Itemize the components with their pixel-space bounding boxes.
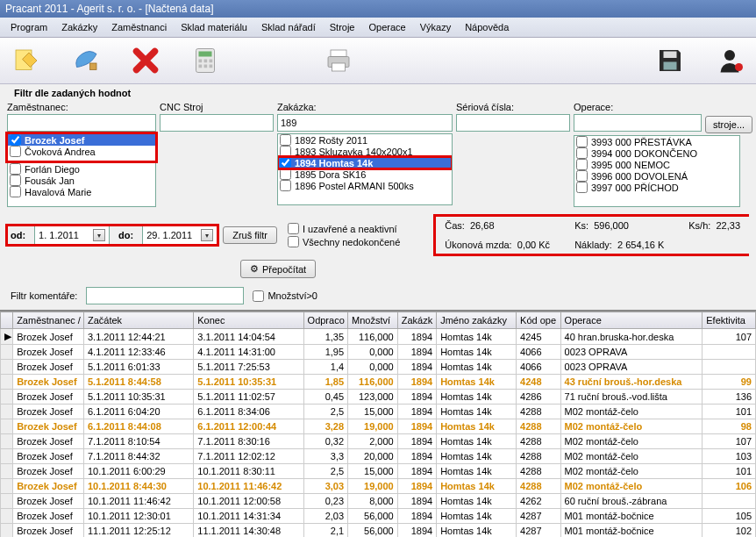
table-row[interactable]: Brozek Josef10.1.2011 11:46:4210.1.2011 … bbox=[1, 494, 756, 509]
list-item[interactable]: Čvoková Andrea bbox=[8, 146, 155, 157]
table-row[interactable]: Brozek Josef5.1.2011 10:35:315.1.2011 11… bbox=[1, 390, 756, 405]
edit-icon[interactable] bbox=[7, 41, 46, 80]
table-row[interactable]: Brozek Josef10.1.2011 12:30:0110.1.2011 … bbox=[1, 509, 756, 524]
list-item[interactable]: 3996 000 DOVOLENÁ bbox=[574, 170, 739, 182]
list-item[interactable]: 3993 000 PŘESTÁVKA bbox=[574, 136, 739, 147]
column-header[interactable]: Jméno zakázky bbox=[437, 312, 517, 329]
list-item[interactable]: Fousák Jan bbox=[8, 175, 155, 186]
list-item[interactable]: 3994 000 DOKONČENO bbox=[574, 147, 739, 159]
svg-rect-7 bbox=[199, 65, 203, 68]
menu-item[interactable]: Zakázky bbox=[54, 19, 104, 35]
svg-rect-14 bbox=[664, 62, 677, 70]
date-from-field[interactable] bbox=[34, 226, 110, 245]
print-icon[interactable] bbox=[319, 41, 358, 80]
employee-listbox-cont[interactable]: Forlán DiegoFousák JanHavalová Marie bbox=[7, 163, 156, 207]
data-grid[interactable]: Zaměstnanec /ZačátekKonecOdpracoMnožství… bbox=[0, 310, 756, 537]
menu-item[interactable]: Stroje bbox=[323, 19, 362, 35]
list-item[interactable]: 1896 Postel ARMANI 500ks bbox=[278, 180, 452, 191]
user-icon[interactable] bbox=[710, 41, 749, 80]
recalc-button[interactable]: ⚙Přepočítat bbox=[240, 260, 316, 278]
svg-rect-4 bbox=[199, 60, 203, 63]
column-header[interactable]: Množství bbox=[348, 312, 398, 329]
comment-filter-input[interactable] bbox=[86, 287, 244, 304]
date-to-label: do: bbox=[115, 230, 137, 240]
menu-item[interactable]: Zaměstnanci bbox=[104, 19, 174, 35]
svg-point-16 bbox=[735, 63, 743, 71]
table-row[interactable]: Brozek Josef11.1.2011 12:25:1211.1.2011 … bbox=[1, 524, 756, 538]
employee-filter-label: Zaměstnanec: bbox=[7, 100, 156, 114]
clear-filter-button[interactable]: Zruš filtr bbox=[223, 226, 277, 244]
table-row[interactable]: Brozek Josef6.1.2011 8:44:086.1.2011 12:… bbox=[1, 419, 756, 434]
employee-listbox[interactable]: Brozek JosefČvoková Andrea bbox=[7, 133, 156, 161]
menu-item[interactable]: Sklad nářadí bbox=[254, 19, 323, 35]
list-item[interactable]: Havalová Marie bbox=[8, 186, 155, 197]
order-listbox[interactable]: 1892 Rošty 20111893 Skluzavka 140x200x11… bbox=[277, 133, 453, 205]
column-header[interactable]: Začátek bbox=[83, 312, 193, 329]
table-row[interactable]: Brozek Josef6.1.2011 6:04:206.1.2011 8:3… bbox=[1, 405, 756, 419]
list-item[interactable]: 3997 000 PŘÍCHOD bbox=[574, 182, 739, 193]
list-item[interactable]: 1895 Dora SK16 bbox=[278, 168, 452, 180]
date-to-field[interactable] bbox=[142, 226, 218, 245]
list-item[interactable]: 1894 Homtas 14k bbox=[278, 157, 452, 168]
calculator-icon[interactable] bbox=[186, 41, 225, 80]
operation-filter-input[interactable] bbox=[574, 114, 702, 132]
menu-item[interactable]: Sklad materiálu bbox=[174, 19, 254, 35]
column-header[interactable]: Konec bbox=[194, 312, 303, 329]
list-item[interactable]: Forlán Diego bbox=[8, 163, 155, 175]
dropdown-icon[interactable] bbox=[93, 229, 105, 241]
list-item[interactable]: 1892 Rošty 2011 bbox=[278, 134, 452, 146]
dropdown-icon[interactable] bbox=[201, 229, 213, 241]
save-icon[interactable] bbox=[651, 41, 689, 80]
menu-item[interactable]: Operace bbox=[361, 19, 412, 35]
svg-rect-9 bbox=[210, 65, 213, 68]
column-header[interactable]: Efektivita bbox=[703, 312, 756, 329]
qty-gt0-checkbox[interactable]: Množství>0 bbox=[253, 290, 317, 302]
date-to-input[interactable] bbox=[146, 230, 199, 240]
svg-rect-5 bbox=[204, 60, 208, 63]
svg-rect-1 bbox=[90, 63, 97, 70]
svg-rect-6 bbox=[210, 60, 213, 63]
summary-ks: 596,000 bbox=[594, 220, 629, 231]
employee-filter-input[interactable] bbox=[7, 114, 156, 132]
table-row[interactable]: Brozek Josef7.1.2011 8:10:547.1.2011 8:3… bbox=[1, 434, 756, 449]
all-unfinished-checkbox[interactable]: Všechny nedokončené bbox=[288, 236, 400, 247]
table-row[interactable]: Brozek Josef10.1.2011 6:00:2910.1.2011 8… bbox=[1, 464, 756, 479]
table-row[interactable]: Brozek Josef5.1.2011 8:44:585.1.2011 10:… bbox=[1, 375, 756, 390]
list-item[interactable]: Brozek Josef bbox=[8, 134, 155, 146]
cnc-filter-label: CNC Stroj bbox=[160, 100, 274, 114]
date-from-input[interactable] bbox=[39, 230, 91, 240]
menu-item[interactable]: Program bbox=[4, 19, 54, 35]
summary-panel: Čas: 26,68 Úkonová mzda: 0,00 Kč Ks: 596… bbox=[433, 214, 749, 256]
table-row[interactable]: Brozek Josef4.1.2011 12:33:464.1.2011 14… bbox=[1, 345, 756, 360]
stroje-button[interactable]: stroje... bbox=[705, 116, 752, 133]
svg-rect-8 bbox=[204, 65, 208, 68]
list-item[interactable]: 3995 000 NEMOC bbox=[574, 159, 739, 170]
svg-rect-10 bbox=[331, 50, 346, 57]
menu-item[interactable]: Výkazy bbox=[413, 19, 458, 35]
operation-filter-label: Operace: bbox=[574, 100, 740, 114]
order-filter-input[interactable] bbox=[277, 114, 453, 132]
column-header[interactable]: Zakázk bbox=[397, 312, 436, 329]
svg-rect-3 bbox=[199, 52, 212, 57]
table-row[interactable]: ▶Brozek Josef3.1.2011 12:44:213.1.2011 1… bbox=[1, 329, 756, 345]
summary-time: 26,68 bbox=[470, 220, 495, 231]
delete-icon[interactable] bbox=[126, 41, 165, 80]
brush-icon[interactable] bbox=[67, 41, 105, 80]
column-header[interactable]: Kód ope bbox=[517, 312, 561, 329]
cnc-filter-input[interactable] bbox=[160, 114, 274, 132]
serial-filter-input[interactable] bbox=[456, 114, 570, 132]
column-header[interactable]: Operace bbox=[560, 312, 703, 329]
list-item[interactable]: 1893 Skluzavka 140x200x1 bbox=[278, 146, 452, 157]
table-row[interactable]: Brozek Josef7.1.2011 8:44:327.1.2011 12:… bbox=[1, 449, 756, 464]
column-header[interactable]: Zaměstnanec / bbox=[13, 312, 84, 329]
column-header[interactable]: Odpraco bbox=[303, 312, 348, 329]
operation-listbox[interactable]: 3993 000 PŘESTÁVKA3994 000 DOKONČENO3995… bbox=[574, 135, 740, 207]
table-row[interactable]: Brozek Josef10.1.2011 8:44:3010.1.2011 1… bbox=[1, 479, 756, 494]
menu-item[interactable]: Nápověda bbox=[458, 19, 516, 35]
comment-filter-label: Filtr komentáře: bbox=[11, 290, 77, 301]
main-toolbar bbox=[0, 38, 756, 84]
closed-inactive-checkbox[interactable]: I uzavřené a neaktivní bbox=[288, 223, 400, 234]
summary-wage: 0,00 Kč bbox=[517, 240, 550, 250]
table-row[interactable]: Brozek Josef5.1.2011 6:01:335.1.2011 7:2… bbox=[1, 360, 756, 375]
column-header[interactable] bbox=[1, 312, 13, 329]
